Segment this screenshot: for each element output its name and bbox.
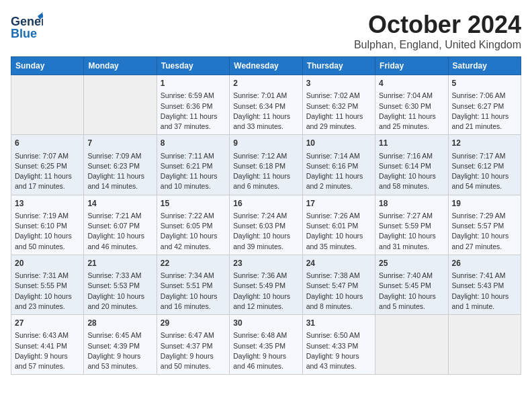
day-info: Sunset: 6:30 PM (379, 101, 444, 111)
day-info: Sunset: 5:59 PM (379, 221, 444, 231)
day-cell: 5Sunrise: 7:06 AMSunset: 6:27 PMDaylight… (448, 75, 521, 135)
week-row-1: 1Sunrise: 6:59 AMSunset: 6:36 PMDaylight… (11, 75, 521, 135)
header-cell-monday: Monday (84, 57, 157, 75)
day-info: Sunset: 6:10 PM (15, 221, 80, 231)
day-info: Sunrise: 7:27 AM (379, 211, 444, 221)
header-cell-friday: Friday (375, 57, 448, 75)
day-info: Sunset: 6:18 PM (233, 161, 298, 171)
day-cell: 18Sunrise: 7:27 AMSunset: 5:59 PMDayligh… (375, 195, 448, 255)
day-info: Daylight: 9 hours and 53 minutes. (87, 351, 152, 371)
day-number: 29 (161, 318, 226, 329)
day-number: 31 (306, 318, 371, 329)
day-cell: 21Sunrise: 7:33 AMSunset: 5:53 PMDayligh… (84, 255, 157, 314)
day-info: Sunset: 5:49 PM (233, 281, 298, 291)
day-info: Sunset: 5:45 PM (379, 281, 444, 291)
day-info: Sunrise: 6:45 AM (87, 330, 152, 340)
day-number: 28 (87, 318, 152, 329)
day-cell: 4Sunrise: 7:04 AMSunset: 6:30 PMDaylight… (375, 75, 448, 135)
day-info: Daylight: 10 hours and 46 minutes. (87, 231, 152, 251)
day-info: Sunrise: 7:29 AM (452, 211, 517, 221)
day-info: Daylight: 10 hours and 12 minutes. (233, 291, 298, 312)
day-info: Daylight: 9 hours and 50 minutes. (161, 351, 226, 371)
day-info: Daylight: 10 hours and 35 minutes. (306, 231, 371, 251)
day-number: 21 (87, 258, 152, 269)
day-number: 12 (452, 138, 517, 149)
day-info: Sunrise: 7:06 AM (452, 91, 517, 101)
day-info: Sunset: 6:01 PM (306, 221, 371, 231)
svg-text:Blue: Blue (11, 27, 37, 40)
day-info: Sunset: 6:05 PM (161, 221, 226, 231)
day-info: Daylight: 10 hours and 58 minutes. (379, 171, 444, 191)
day-cell: 19Sunrise: 7:29 AMSunset: 5:57 PMDayligh… (448, 195, 521, 255)
day-info: Sunrise: 7:12 AM (233, 151, 298, 161)
day-info: Sunset: 5:55 PM (15, 281, 80, 291)
day-info: Sunrise: 6:47 AM (161, 330, 226, 340)
day-number: 14 (87, 198, 152, 210)
day-cell: 16Sunrise: 7:24 AMSunset: 6:03 PMDayligh… (230, 195, 302, 255)
day-info: Sunrise: 7:31 AM (15, 271, 80, 281)
day-number: 26 (452, 258, 517, 269)
day-cell: 8Sunrise: 7:11 AMSunset: 6:21 PMDaylight… (157, 135, 229, 195)
day-info: Sunset: 6:36 PM (161, 101, 226, 111)
day-number: 3 (306, 78, 371, 89)
day-info: Sunset: 5:43 PM (452, 281, 517, 291)
day-number: 22 (161, 258, 226, 269)
day-number: 24 (306, 258, 371, 269)
day-info: Sunrise: 7:17 AM (452, 151, 517, 161)
day-info: Sunrise: 7:21 AM (87, 211, 152, 221)
day-info: Daylight: 10 hours and 1 minute. (452, 291, 517, 312)
week-row-3: 13Sunrise: 7:19 AMSunset: 6:10 PMDayligh… (11, 195, 521, 255)
header-cell-sunday: Sunday (11, 57, 84, 75)
day-info: Daylight: 10 hours and 16 minutes. (161, 291, 226, 312)
day-number: 13 (15, 198, 80, 210)
day-number: 6 (15, 138, 80, 149)
calendar-body: 1Sunrise: 6:59 AMSunset: 6:36 PMDaylight… (11, 75, 521, 375)
day-info: Sunrise: 7:01 AM (233, 91, 298, 101)
day-cell: 17Sunrise: 7:26 AMSunset: 6:01 PMDayligh… (302, 195, 375, 255)
day-info: Daylight: 10 hours and 8 minutes. (306, 291, 371, 312)
day-cell: 31Sunrise: 6:50 AMSunset: 4:33 PMDayligh… (302, 315, 375, 375)
day-number: 10 (306, 138, 371, 149)
day-cell: 2Sunrise: 7:01 AMSunset: 6:34 PMDaylight… (230, 75, 302, 135)
day-number: 5 (452, 78, 517, 89)
day-info: Sunrise: 6:43 AM (15, 330, 80, 340)
day-cell: 13Sunrise: 7:19 AMSunset: 6:10 PMDayligh… (11, 195, 84, 255)
day-info: Sunset: 6:25 PM (15, 161, 80, 171)
day-cell: 30Sunrise: 6:48 AMSunset: 4:35 PMDayligh… (230, 315, 302, 375)
day-info: Daylight: 11 hours and 14 minutes. (87, 171, 152, 191)
day-info: Daylight: 11 hours and 6 minutes. (233, 171, 298, 191)
day-cell: 3Sunrise: 7:02 AMSunset: 6:32 PMDaylight… (302, 75, 375, 135)
day-number: 4 (379, 78, 444, 89)
location-title: Bulphan, England, United Kingdom (354, 39, 521, 51)
day-number: 23 (233, 258, 298, 269)
day-info: Sunrise: 7:14 AM (306, 151, 371, 161)
week-row-4: 20Sunrise: 7:31 AMSunset: 5:55 PMDayligh… (11, 255, 521, 314)
day-info: Daylight: 10 hours and 31 minutes. (379, 231, 444, 251)
day-info: Sunrise: 6:48 AM (233, 330, 298, 340)
header-row: SundayMondayTuesdayWednesdayThursdayFrid… (11, 57, 521, 75)
day-cell: 7Sunrise: 7:09 AMSunset: 6:23 PMDaylight… (84, 135, 157, 195)
day-number: 1 (161, 78, 226, 89)
day-info: Sunrise: 7:19 AM (15, 211, 80, 221)
day-info: Sunset: 6:12 PM (452, 161, 517, 171)
day-info: Sunrise: 7:22 AM (161, 211, 226, 221)
day-info: Sunset: 6:27 PM (452, 101, 517, 111)
day-info: Sunrise: 7:41 AM (452, 271, 517, 281)
day-info: Daylight: 9 hours and 46 minutes. (233, 351, 298, 371)
header-cell-saturday: Saturday (448, 57, 521, 75)
day-info: Sunset: 5:57 PM (452, 221, 517, 231)
day-cell: 23Sunrise: 7:36 AMSunset: 5:49 PMDayligh… (230, 255, 302, 314)
day-cell: 22Sunrise: 7:34 AMSunset: 5:51 PMDayligh… (157, 255, 229, 314)
day-info: Daylight: 9 hours and 57 minutes. (15, 351, 80, 371)
day-number: 16 (233, 198, 298, 210)
day-info: Sunrise: 7:38 AM (306, 271, 371, 281)
day-info: Sunset: 6:07 PM (87, 221, 152, 231)
day-info: Sunrise: 6:50 AM (306, 330, 371, 340)
header-cell-tuesday: Tuesday (157, 57, 229, 75)
day-cell (448, 315, 521, 375)
day-cell: 15Sunrise: 7:22 AMSunset: 6:05 PMDayligh… (157, 195, 229, 255)
day-number: 11 (379, 138, 444, 149)
day-number: 15 (161, 198, 226, 210)
day-info: Sunset: 6:23 PM (87, 161, 152, 171)
day-info: Sunset: 4:33 PM (306, 341, 371, 351)
